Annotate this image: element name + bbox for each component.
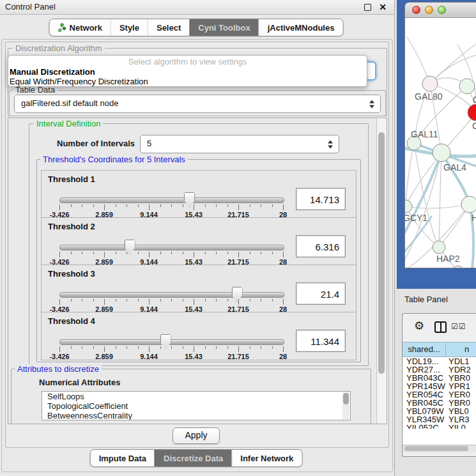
table-cell-shared-name[interactable]: YER054C — [403, 390, 445, 399]
table-cell-name[interactable]: YBR0 — [445, 399, 476, 407]
close-traffic-light[interactable] — [412, 6, 420, 14]
table-cell-shared-name[interactable]: YPR145W — [403, 382, 445, 390]
table-cell-shared-name[interactable]: YDL19... — [403, 357, 445, 365]
network-node-g[interactable] — [459, 79, 475, 94]
attribute-item-betweennesscentrality[interactable]: BetweennessCentrality — [42, 411, 350, 420]
select-columns-icon[interactable]: ☑☑ — [451, 322, 466, 331]
network-node-gal80[interactable] — [422, 76, 438, 91]
table-cell-name[interactable]: YBL0 — [445, 407, 476, 415]
algorithm-group-title: Discretization Algorithm — [13, 43, 105, 53]
table-cell-name[interactable]: YER0 — [445, 390, 476, 399]
table-horizontal-scrollbar[interactable] — [403, 445, 476, 452]
table-row[interactable]: YER054CYER0 — [403, 390, 476, 399]
ruler-tick — [82, 299, 82, 302]
tab-infer-network[interactable]: Infer Network — [231, 450, 302, 466]
table-cell-shared-name[interactable]: YIL052C — [403, 424, 445, 429]
spinner-stepper-icon[interactable] — [328, 140, 333, 148]
combobox-stepper-icon[interactable] — [369, 100, 374, 108]
popup-item-manual-discretization[interactable]: Manual Discretization — [8, 67, 367, 77]
tab-select[interactable]: Select — [148, 19, 189, 36]
zoom-traffic-light[interactable] — [438, 6, 446, 14]
table-row[interactable]: YBR043CYBR0 — [403, 374, 476, 382]
numerical-attributes-list[interactable]: SelfLoopsTopologicalCoefficientBetweenne… — [42, 391, 351, 420]
network-node-h[interactable] — [461, 196, 476, 213]
table-cell-shared-name[interactable]: YBL079W — [403, 407, 445, 415]
ruler-tick — [283, 252, 284, 257]
number-of-intervals-value: 5 — [147, 135, 151, 151]
column-header-name[interactable]: n — [446, 342, 476, 357]
table-panel: ⚙ ☑☑ shared... n YDL19...YDL1YDR27...YDR… — [402, 313, 476, 457]
network-canvas[interactable]: GAL80G.CGAL11GAL4GCY1HHAP2 — [405, 18, 476, 268]
table-row[interactable]: YBL079WYBL0 — [403, 407, 476, 415]
table-row[interactable]: YBR045CYBR0 — [403, 399, 476, 407]
threshold-value-field[interactable]: 14.713 — [296, 188, 346, 210]
close-icon[interactable]: ✕ — [379, 1, 387, 13]
table-cell-name[interactable]: YDL1 — [445, 357, 476, 365]
network-node-hap2[interactable] — [433, 241, 445, 254]
ruler-tick — [104, 252, 105, 257]
table-cell-name[interactable]: YBR0 — [445, 374, 476, 382]
table-cell-name[interactable]: YPR1 — [445, 382, 476, 390]
pane-vertical-scrollbar[interactable] — [376, 118, 387, 424]
slider-track[interactable] — [59, 197, 284, 203]
network-window-titlebar[interactable] — [405, 3, 476, 18]
network-node-gal4[interactable] — [433, 144, 450, 162]
table-row[interactable]: YPR145WYPR1 — [403, 382, 476, 390]
scrollbar-thumb[interactable] — [378, 132, 385, 374]
gear-icon[interactable]: ⚙ — [414, 319, 424, 332]
table-data-combobox[interactable]: galFiltered.sif default node — [14, 95, 381, 113]
threshold-slider[interactable]: -3.4262.8599.14415.4321.71528 — [59, 291, 283, 312]
tab-impute-data[interactable]: Impute Data — [91, 450, 155, 466]
minimize-traffic-light[interactable] — [425, 6, 433, 14]
scrollbar-thumb[interactable] — [343, 393, 349, 404]
tab-discretize-data[interactable]: Discretize Data — [155, 450, 231, 466]
slider-track[interactable] — [59, 245, 284, 250]
ruler-tick — [59, 299, 60, 305]
table-cell-shared-name[interactable]: YDR27... — [403, 365, 445, 374]
node-label: GAL80 — [415, 91, 443, 102]
table-row[interactable]: YDR27...YDR2 — [403, 365, 476, 374]
slider-track[interactable] — [59, 339, 284, 345]
tab-style[interactable]: Style — [111, 19, 148, 36]
ruler-tick — [160, 252, 161, 254]
attribute-item-selfloops[interactable]: SelfLoops — [42, 392, 350, 401]
threshold-value-field[interactable]: 6.316 — [296, 235, 346, 257]
ruler-tick — [116, 204, 116, 207]
ruler-tick — [250, 346, 250, 349]
table-cell-name[interactable]: YIL0 — [445, 424, 476, 429]
numerical-attributes-label: Numerical Attributes — [39, 378, 120, 387]
table-cell-name[interactable]: YDR2 — [445, 365, 476, 374]
list-vertical-scrollbar[interactable] — [342, 392, 349, 419]
threshold-value-field[interactable]: 21.4 — [296, 282, 346, 305]
attribute-item-topologicalcoefficient[interactable]: TopologicalCoefficient — [42, 401, 350, 411]
table-body[interactable]: YDL19...YDL1YDR27...YDR2YBR043CYBR0YPR14… — [403, 357, 476, 429]
number-of-intervals-spinner[interactable]: 5 — [140, 135, 339, 153]
threshold-slider[interactable]: -3.4262.8599.14415.4321.71528 — [59, 196, 283, 218]
popup-item-equal-width-frequency-discretization[interactable]: Equal Width/Frequency Discretization — [8, 77, 367, 86]
table-row[interactable]: YDL19...YDL1 — [403, 357, 476, 365]
ruler-tick — [261, 299, 261, 302]
slider-track[interactable] — [59, 292, 284, 298]
column-header-shared-name[interactable]: shared... — [403, 342, 446, 357]
table-cell-shared-name[interactable]: YBR045C — [403, 399, 445, 407]
apply-button[interactable]: Apply — [173, 427, 220, 444]
float-window-icon[interactable] — [364, 4, 371, 11]
scrollbar-thumb[interactable] — [404, 446, 468, 451]
table-cell-shared-name[interactable]: YLR345W — [403, 415, 445, 424]
table-cell-name[interactable]: YLR3 — [445, 415, 476, 424]
ruler-tick — [238, 346, 239, 352]
threshold-slider[interactable]: -3.4262.8599.14415.4321.71528 — [59, 243, 283, 265]
number-of-intervals-label: Number of Intervals — [57, 139, 135, 148]
threshold-slider[interactable]: -3.4262.8599.14415.4321.71528 — [59, 338, 283, 360]
split-panel-icon[interactable] — [434, 321, 447, 333]
network-node-c[interactable] — [468, 104, 476, 121]
table-cell-shared-name[interactable]: YBR043C — [403, 374, 445, 382]
tab-cyni-toolbox[interactable]: Cyni Toolbox — [189, 19, 258, 36]
tab-jactivemnodules[interactable]: jActiveMNodules — [259, 19, 343, 36]
table-row[interactable]: YIL052CYIL0 — [403, 424, 476, 429]
table-row[interactable]: YLR345WYLR3 — [403, 415, 476, 424]
tab-network[interactable]: Network — [50, 19, 111, 36]
threshold-value-field[interactable]: 11.344 — [296, 330, 346, 352]
network-node-gcy1[interactable] — [405, 200, 412, 213]
threshold-label: Threshold 2 — [48, 222, 95, 231]
